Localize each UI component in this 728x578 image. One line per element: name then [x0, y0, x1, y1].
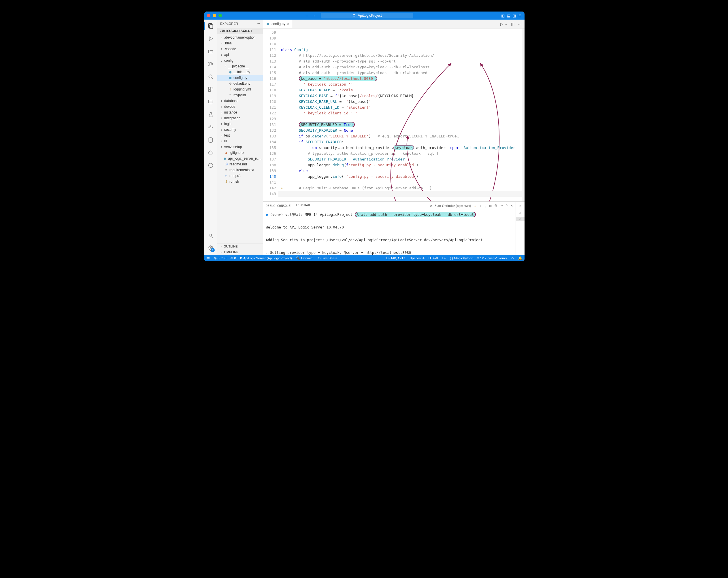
minimize-window-button[interactable]	[213, 14, 216, 17]
terminal-body[interactable]: ● (venv) val@Vals-MPB-14 ApiLogicProject…	[263, 210, 516, 255]
py-file-icon: ⬢	[228, 76, 232, 80]
run-task-icon[interactable]: ⚙	[430, 204, 432, 208]
docker-view-button[interactable]	[207, 124, 214, 131]
explorer-more-icon[interactable]: ⋯	[257, 22, 260, 26]
feedback-icon[interactable]: ☺	[511, 256, 514, 260]
accounts-button[interactable]	[207, 233, 214, 239]
timeline-section[interactable]: ›TIMELINE	[217, 249, 263, 255]
folder-item[interactable]: ›logic	[217, 121, 263, 127]
svg-marker-4	[209, 36, 213, 40]
layout-left-icon[interactable]: ◧	[501, 14, 505, 18]
layout-right-icon[interactable]: ◨	[513, 14, 516, 18]
nav-back-button[interactable]: ←	[305, 14, 309, 18]
file-item[interactable]: ⬢config.py	[217, 75, 263, 81]
eol-status[interactable]: LF	[442, 256, 446, 260]
window-controls	[207, 14, 222, 17]
file-item[interactable]: ⚙default.env	[217, 81, 263, 86]
editor-more-icon[interactable]: ⋯	[518, 22, 522, 26]
tab-config-py[interactable]: ⬢ config.py ×	[263, 20, 292, 28]
svg-rect-3	[210, 25, 213, 28]
py-file-icon: ⬢	[223, 156, 227, 160]
file-item[interactable]: !logging.yml	[217, 86, 263, 92]
folder-item[interactable]: ›test	[217, 133, 263, 138]
language-status[interactable]: { } MagicPython	[450, 256, 473, 260]
terminal-3-icon[interactable]: ⚠	[516, 217, 524, 221]
folder-item[interactable]: ›security	[217, 127, 263, 133]
testing-view-button[interactable]	[207, 111, 214, 118]
terminal-1-icon[interactable]: ▷	[519, 204, 521, 208]
minimap[interactable]	[522, 28, 524, 202]
connect-status[interactable]: 🔌 Connect	[296, 256, 314, 260]
outline-section[interactable]: ›OUTLINE	[217, 243, 263, 249]
close-tab-icon[interactable]: ×	[287, 22, 289, 26]
terminal-2-icon[interactable]: ⚠	[519, 210, 521, 214]
titlebar: ← → ApiLogicProject ◧ ⬓ ◨ ⊞	[204, 11, 524, 20]
debug-console-tab[interactable]: DEBUG CONSOLE	[266, 204, 290, 208]
close-window-button[interactable]	[207, 14, 210, 17]
python-file-icon: ⬢	[266, 22, 270, 26]
split-editor-icon[interactable]: ◫	[511, 22, 515, 26]
remote-indicator[interactable]: ⮂	[206, 257, 210, 260]
folder-item[interactable]: ›database	[217, 98, 263, 104]
folder-item[interactable]: ›.vscode	[217, 46, 263, 52]
cursor-position[interactable]: Ln 140, Col 1	[386, 256, 406, 260]
indent-status[interactable]: Spaces: 4	[410, 256, 424, 260]
maximize-panel-icon[interactable]: ⌃	[506, 204, 508, 208]
close-panel-icon[interactable]: ×	[511, 204, 513, 208]
database-view-button[interactable]	[207, 137, 214, 143]
folder-item[interactable]: ›ui	[217, 138, 263, 144]
remote-view-button[interactable]	[207, 99, 214, 105]
command-center[interactable]: ApiLogicProject	[321, 13, 413, 19]
maximize-window-button[interactable]	[218, 14, 222, 17]
file-item[interactable]: ≡mypy.ini	[217, 92, 263, 98]
azure-view-button[interactable]	[207, 149, 214, 156]
extensions-view-button[interactable]	[207, 86, 214, 93]
run-debug-view-button[interactable]	[207, 35, 214, 42]
panel-more-icon[interactable]: ⋯	[501, 204, 503, 208]
layout-grid-icon[interactable]: ⊞	[518, 14, 522, 18]
python-env-status[interactable]: 3.12.2 ('venv': venv)	[477, 256, 506, 260]
status-bar: ⮂ ⊗ 0 ⚠ 0 ⇵ 0 ⑆ ApiLogicServer (ApiLogic…	[204, 255, 524, 261]
folder-view-button[interactable]	[207, 48, 214, 55]
folder-item[interactable]: ›venv_setup	[217, 144, 263, 150]
code-editor[interactable]: 5910911011111211311411511611711811912012…	[263, 28, 524, 202]
bottom-panel: DEBUG CONSOLE TERMINAL ⚙ Start Ontimize …	[263, 202, 524, 255]
run-file-button[interactable]: ▷ ⌄	[500, 22, 508, 26]
problems-status[interactable]: ⊗ 0 ⚠ 0	[214, 256, 226, 260]
project-header[interactable]: ⌄APILOGICPROJECT	[217, 28, 263, 34]
file-item[interactable]: ⬢__init__.py	[217, 69, 263, 75]
liveshare-status[interactable]: ⟲ Live Share	[318, 256, 337, 260]
file-item[interactable]: ⬢api_logic_server_ru…	[217, 156, 263, 161]
file-item[interactable]: ≡requirements.txt	[217, 167, 263, 173]
github-view-button[interactable]	[207, 162, 214, 169]
layout-bottom-icon[interactable]: ⬓	[507, 14, 511, 18]
project-status[interactable]: ⑆ ApiLogicServer (ApiLogicProject)	[240, 257, 292, 260]
search-view-button[interactable]	[207, 73, 214, 80]
sh-file-icon: $	[224, 180, 228, 184]
new-terminal-button[interactable]: ＋ ⌄	[479, 204, 487, 208]
split-terminal-icon[interactable]: ◫	[489, 204, 491, 208]
folder-item[interactable]: ⌄config	[217, 58, 263, 63]
folder-item[interactable]: ›.devcontainer-option	[217, 34, 263, 40]
folder-item[interactable]: ›instance	[217, 109, 263, 115]
source-control-view-button[interactable]	[207, 60, 214, 68]
file-item[interactable]: ⓘreadme.md	[217, 161, 263, 167]
folder-item[interactable]: ›__pycache__	[217, 63, 263, 69]
settings-button[interactable]: 1	[207, 245, 214, 252]
folder-item[interactable]: ›devops	[217, 104, 263, 109]
folder-item[interactable]: ›api	[217, 52, 263, 58]
terminal-tab[interactable]: TERMINAL	[296, 203, 311, 208]
encoding-status[interactable]: UTF-8	[428, 256, 438, 260]
kill-terminal-icon[interactable]: 🗑	[494, 204, 498, 208]
nav-forward-button[interactable]: →	[312, 14, 316, 18]
file-item[interactable]: $run.sh	[217, 179, 263, 184]
explorer-view-button[interactable]	[207, 23, 214, 29]
svg-point-19	[209, 163, 213, 168]
run-task-label[interactable]: Start Ontimize (npm start)	[435, 204, 471, 208]
file-item[interactable]: ◆.gitignore	[217, 150, 263, 156]
folder-item[interactable]: ›integration	[217, 115, 263, 121]
ports-status[interactable]: ⇵ 0	[230, 256, 236, 260]
file-item[interactable]: ≻run.ps1	[217, 173, 263, 179]
folder-item[interactable]: ›.idea	[217, 40, 263, 46]
notifications-icon[interactable]: 🔔	[518, 256, 522, 260]
